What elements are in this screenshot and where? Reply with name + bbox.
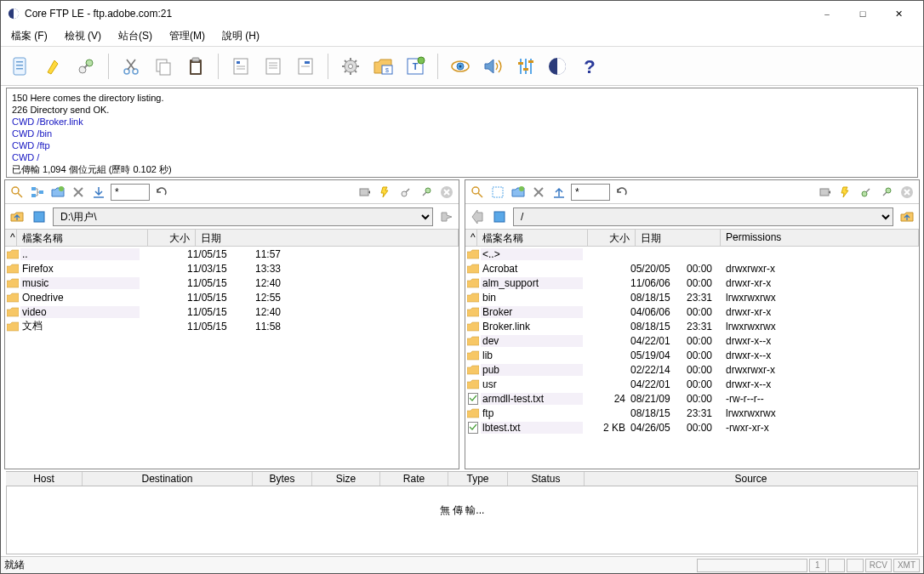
close-button[interactable]: ✕ (881, 2, 916, 26)
mode-icon[interactable] (817, 184, 834, 201)
remote-filter-input[interactable] (571, 184, 610, 201)
folder-icon (465, 278, 481, 288)
th-type[interactable]: Type (448, 472, 508, 486)
header-perm[interactable]: Permissions (721, 230, 919, 246)
th-rate[interactable]: Rate (380, 472, 448, 486)
list-row[interactable]: usr04/22/0100:00drwxr-x--x (465, 377, 919, 391)
dir-tree-icon[interactable] (491, 208, 508, 225)
dir-tree-icon[interactable] (31, 208, 48, 225)
dir-up-icon[interactable] (898, 208, 915, 225)
list-row[interactable]: 文档11/05/1511:58 (5, 319, 459, 333)
local-path-combo[interactable]: D:\用户\ (53, 207, 433, 226)
back-icon[interactable] (469, 208, 486, 225)
th-dest[interactable]: Destination (83, 472, 253, 486)
search-icon[interactable] (469, 184, 486, 201)
list-row[interactable]: video11/05/1512:40 (5, 304, 459, 319)
remote-list[interactable]: <..>Acrobat05/20/0500:00drwxrwxr-xalm_su… (465, 247, 919, 469)
list-row[interactable]: ..11/05/1511:57 (5, 247, 459, 261)
select-icon[interactable] (489, 184, 506, 201)
local-list[interactable]: ..11/05/1511:57Firefox11/03/1513:33music… (5, 247, 459, 469)
delete-icon[interactable] (530, 184, 547, 201)
list-row[interactable]: armdll-test.txt2408/21/0900:00-rw-r--r-- (465, 391, 919, 406)
new-folder-icon[interactable] (49, 184, 66, 201)
plug-icon[interactable] (397, 184, 414, 201)
local-filter-input[interactable] (111, 184, 150, 201)
schedule-button[interactable]: $ (368, 52, 398, 81)
th-status[interactable]: Status (508, 472, 585, 486)
svg-rect-15 (192, 58, 199, 61)
mode-icon[interactable] (356, 184, 374, 201)
bolt-icon[interactable] (837, 184, 854, 201)
header-name[interactable]: 檔案名稱 (17, 230, 148, 246)
svg-rect-58 (39, 190, 43, 194)
refresh-icon[interactable] (153, 184, 170, 201)
list-row[interactable]: lib05/19/0400:00drwxr-x--x (465, 348, 919, 362)
new-folder-icon[interactable] (510, 184, 527, 201)
maximize-button[interactable]: □ (845, 2, 881, 26)
plug-icon[interactable] (858, 184, 875, 201)
site-manager-button[interactable] (6, 52, 37, 81)
list-row[interactable]: dev04/22/0100:00drwxr-x--x (465, 333, 919, 348)
refresh-icon[interactable] (613, 184, 630, 201)
dir-up-icon[interactable] (9, 208, 26, 225)
paste-button[interactable] (180, 52, 211, 81)
log-panel[interactable]: 150 Here comes the directory listing. 22… (6, 88, 918, 178)
copy-button[interactable] (148, 52, 179, 81)
sound-button[interactable] (477, 52, 508, 81)
settings-button[interactable] (335, 52, 366, 81)
header-size[interactable]: 大小 (588, 230, 636, 246)
template-button[interactable]: T (400, 52, 431, 81)
delete-icon[interactable] (70, 184, 87, 201)
search-icon[interactable] (9, 184, 26, 201)
list-row[interactable]: <..> (465, 247, 919, 261)
list-row[interactable]: Broker04/06/0600:00drwxr-xr-x (465, 304, 919, 319)
download-icon[interactable] (90, 184, 107, 201)
transfer-body[interactable]: 無 傳 輸... (6, 486, 918, 554)
go-icon[interactable] (438, 208, 455, 225)
th-bytes[interactable]: Bytes (253, 472, 312, 486)
edit2-button[interactable] (290, 52, 321, 81)
reconnect-button[interactable] (71, 52, 101, 81)
cut-button[interactable] (116, 52, 146, 81)
stop-icon[interactable] (898, 184, 915, 201)
quick-connect-button[interactable] (38, 52, 69, 81)
plug2-icon[interactable] (878, 184, 895, 201)
header-size[interactable]: 大小 (148, 230, 196, 246)
list-row[interactable]: bin08/18/1523:31lrwxrwxrwx (465, 290, 919, 304)
menu-view[interactable]: 檢視 (V) (58, 27, 108, 45)
tree-icon[interactable] (29, 184, 46, 201)
list-row[interactable]: music11/05/1512:40 (5, 276, 459, 290)
list-row[interactable]: Onedrive11/05/1512:55 (5, 290, 459, 304)
sliders-button[interactable] (510, 52, 540, 81)
minimize-button[interactable]: – (809, 2, 845, 26)
header-icon[interactable]: ^ (465, 230, 477, 246)
menu-sites[interactable]: 站台(S) (111, 27, 159, 45)
th-source[interactable]: Source (585, 472, 918, 486)
list-row[interactable]: pub02/22/1400:00drwxrwxr-x (465, 362, 919, 377)
document-button[interactable] (258, 52, 288, 81)
list-row[interactable]: Firefox11/03/1513:33 (5, 261, 459, 276)
th-host[interactable]: Host (6, 472, 83, 486)
list-row[interactable]: Broker.link08/18/1523:31lrwxrwxrwx (465, 319, 919, 333)
bolt-icon[interactable] (377, 184, 394, 201)
th-size[interactable]: Size (312, 472, 380, 486)
menu-help[interactable]: 說明 (H) (215, 27, 266, 45)
header-name[interactable]: 檔案名稱 (477, 230, 588, 246)
globe-button[interactable] (542, 52, 573, 81)
plug2-icon[interactable] (418, 184, 435, 201)
list-row[interactable]: alm_support11/06/0600:00drwxr-xr-x (465, 276, 919, 290)
stop-icon[interactable] (438, 184, 455, 201)
list-row[interactable]: Acrobat05/20/0500:00drwxrwxr-x (465, 261, 919, 276)
view-button[interactable] (445, 52, 476, 81)
help-button[interactable]: ? (574, 52, 605, 81)
header-date[interactable]: 日期 (196, 230, 459, 246)
upload-icon[interactable] (550, 184, 568, 201)
remote-path-combo[interactable]: / (513, 207, 893, 226)
menu-file[interactable]: 檔案 (F) (4, 27, 54, 45)
header-icon[interactable]: ^ (5, 230, 17, 246)
header-date[interactable]: 日期 (636, 230, 721, 246)
menu-manage[interactable]: 管理(M) (163, 27, 212, 45)
edit-button[interactable] (225, 52, 256, 81)
list-row[interactable]: ftp08/18/1523:31lrwxrwxrwx (465, 406, 919, 420)
list-row[interactable]: lbtest.txt2 KB04/26/0500:00-rwxr-xr-x (465, 420, 919, 435)
